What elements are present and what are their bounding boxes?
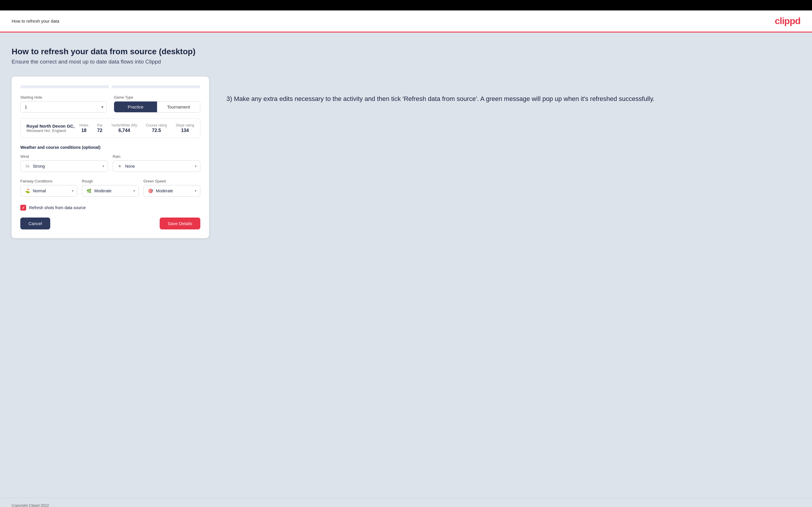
course-rating-value: 72.5 — [146, 128, 167, 133]
wind-value: Strong — [33, 164, 45, 169]
cancel-button[interactable]: Cancel — [20, 218, 50, 229]
page-heading: How to refresh your data from source (de… — [12, 47, 800, 56]
footer: Copyright Clippd 2022 — [0, 498, 812, 507]
course-rating-label: Course rating — [146, 123, 167, 127]
refresh-checkbox[interactable]: ✓ — [20, 205, 26, 211]
fairway-select-inner: Normal ▾ — [33, 188, 73, 193]
holes-label: Holes — [80, 123, 89, 127]
rough-value: Moderate — [94, 188, 111, 193]
green-speed-select-inner: Moderate ▾ — [156, 188, 197, 193]
rain-select-inner: None ▾ — [125, 164, 197, 169]
rain-chevron-icon: ▾ — [195, 164, 197, 168]
course-stats: Holes 18 Par 72 Yards/White (M)) 6,744 C… — [80, 123, 194, 133]
fairway-label: Fairway Conditions — [20, 179, 77, 183]
practice-button[interactable]: Practice — [114, 102, 157, 112]
wind-select[interactable]: 🌬 Strong ▾ — [20, 160, 108, 172]
rough-icon: 🌿 — [86, 188, 92, 194]
checkmark-icon: ✓ — [22, 206, 25, 210]
course-info: Royal North Devon GC, Westward Ho!, Engl… — [27, 123, 75, 133]
game-type-label: Game Type — [114, 95, 200, 100]
header-title: How to refresh your data — [12, 18, 59, 23]
rough-chevron-icon: ▾ — [133, 189, 135, 193]
stat-slope-rating: Slope rating 134 — [175, 123, 194, 133]
green-speed-condition: Green Speed 🎯 Moderate ▾ — [143, 179, 200, 196]
course-row: Royal North Devon GC, Westward Ho!, Engl… — [20, 118, 200, 138]
starting-hole-field-wrap: Starting Hole 1 — [20, 95, 107, 113]
tab-preview-item-2 — [111, 85, 200, 88]
wind-rain-group: Wind 🌬 Strong ▾ Rain ☀ None — [20, 154, 200, 172]
wind-select-inner: Strong ▾ — [33, 164, 104, 169]
slope-rating-label: Slope rating — [175, 123, 194, 127]
fairway-chevron-icon: ▾ — [72, 189, 73, 193]
game-type-field-wrap: Game Type Practice Tournament — [114, 95, 200, 113]
holes-value: 18 — [80, 128, 89, 133]
tab-preview-item-1 — [20, 85, 109, 88]
top-bar — [0, 0, 812, 10]
starting-hole-label: Starting Hole — [20, 95, 107, 100]
starting-hole-gametype-group: Starting Hole 1 Game Type Practice Tourn… — [20, 95, 200, 113]
rain-select[interactable]: ☀ None ▾ — [113, 160, 200, 172]
green-speed-value: Moderate — [156, 188, 173, 193]
course-location: Westward Ho!, England — [27, 128, 75, 133]
stat-course-rating: Course rating 72.5 — [146, 123, 167, 133]
page-subheading: Ensure the correct and most up to date d… — [12, 59, 800, 65]
rain-label: Rain — [113, 154, 200, 159]
yards-value: 6,744 — [111, 128, 137, 133]
refresh-checkbox-row: ✓ Refresh shots from data source — [20, 205, 200, 211]
stat-yards: Yards/White (M)) 6,744 — [111, 123, 137, 133]
content-row: Starting Hole 1 Game Type Practice Tourn… — [12, 76, 800, 238]
starting-hole-select[interactable]: 1 — [20, 101, 107, 113]
fairway-value: Normal — [33, 188, 46, 193]
weather-section-title: Weather and course conditions (optional) — [20, 145, 200, 150]
refresh-label: Refresh shots from data source — [29, 205, 86, 210]
rain-value: None — [125, 164, 135, 169]
course-name: Royal North Devon GC, — [27, 123, 75, 128]
fairway-icon: ⛳ — [24, 188, 31, 194]
side-description: 3) Make any extra edits necessary to the… — [226, 76, 800, 104]
side-note-text: 3) Make any extra edits necessary to the… — [226, 94, 800, 104]
stat-par: Par 72 — [97, 123, 102, 133]
footer-copyright: Copyright Clippd 2022 — [12, 503, 49, 507]
rain-condition: Rain ☀ None ▾ — [113, 154, 200, 172]
par-label: Par — [97, 123, 102, 127]
logo: clippd — [775, 16, 800, 26]
tournament-button[interactable]: Tournament — [157, 102, 200, 112]
wind-condition: Wind 🌬 Strong ▾ — [20, 154, 108, 172]
fairway-condition: Fairway Conditions ⛳ Normal ▾ — [20, 179, 77, 196]
slope-rating-value: 134 — [175, 128, 194, 133]
game-type-toggle: Practice Tournament — [114, 101, 200, 113]
rain-icon: ☀ — [116, 163, 123, 169]
green-speed-select[interactable]: 🎯 Moderate ▾ — [143, 185, 200, 196]
tab-preview — [20, 85, 200, 88]
wind-icon: 🌬 — [24, 163, 31, 169]
wind-chevron-icon: ▾ — [102, 164, 104, 168]
action-row: Cancel Save Details — [20, 218, 200, 229]
yards-label: Yards/White (M)) — [111, 123, 137, 127]
stat-holes: Holes 18 — [80, 123, 89, 133]
par-value: 72 — [97, 128, 102, 133]
rough-select-inner: Moderate ▾ — [94, 188, 135, 193]
save-button[interactable]: Save Details — [160, 218, 200, 229]
main-content: How to refresh your data from source (de… — [0, 33, 812, 498]
green-speed-label: Green Speed — [143, 179, 200, 183]
form-card: Starting Hole 1 Game Type Practice Tourn… — [12, 76, 209, 238]
rough-label: Rough — [82, 179, 139, 183]
wind-label: Wind — [20, 154, 108, 159]
rough-condition: Rough 🌿 Moderate ▾ — [82, 179, 139, 196]
fairway-select[interactable]: ⛳ Normal ▾ — [20, 185, 77, 196]
starting-hole-select-wrap: 1 — [20, 101, 107, 113]
green-speed-icon: 🎯 — [147, 188, 154, 194]
header: How to refresh your data clippd — [0, 10, 812, 33]
conditions-grid-3: Fairway Conditions ⛳ Normal ▾ Rough 🌿 — [20, 179, 200, 196]
rough-select[interactable]: 🌿 Moderate ▾ — [82, 185, 139, 196]
green-speed-chevron-icon: ▾ — [195, 189, 197, 193]
